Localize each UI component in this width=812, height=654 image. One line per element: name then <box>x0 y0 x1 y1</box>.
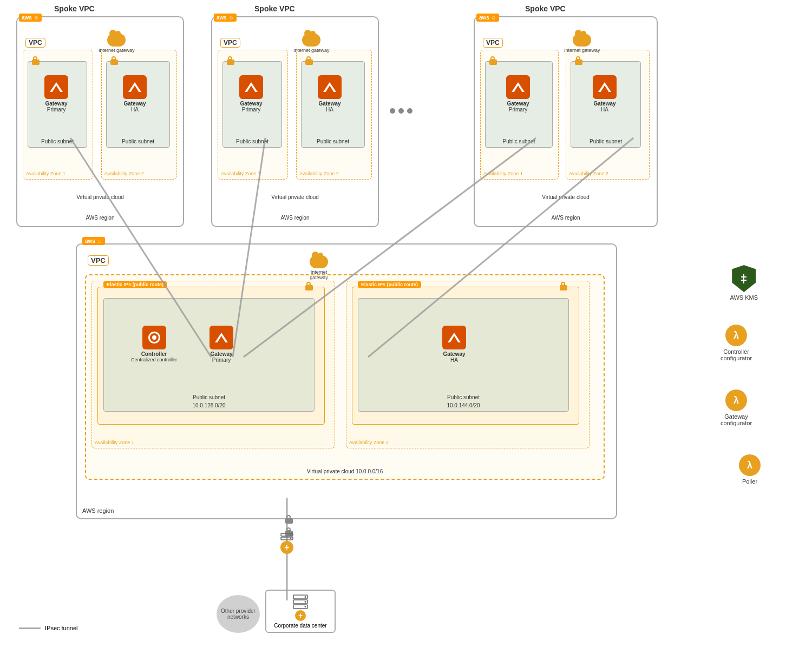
spoke2-az2-label: Availability Zone 2 <box>299 171 339 176</box>
spoke2-region-label: AWS region <box>212 215 378 221</box>
spoke2-subnet1-label: Public subnet <box>223 138 281 144</box>
hub-az1-label: Availability Zone 1 <box>95 440 134 445</box>
kms-label: AWS KMS <box>730 294 758 301</box>
other-networks: Other provider networks <box>217 595 260 633</box>
side-poller: λ Poller <box>739 454 761 485</box>
spoke3-az1-label: Availability Zone 1 <box>483 171 523 176</box>
hub-route-box1: Elastic IPs (public route) Controller <box>97 287 325 425</box>
spoke2-lock1 <box>226 56 235 65</box>
spoke3-vpc-inner: Virtual private cloud <box>475 194 657 200</box>
spoke1-az1-label: Availability Zone 1 <box>26 171 66 176</box>
datacenter-icon <box>292 594 309 609</box>
spoke1-vpc-inner: Virtual private cloud <box>17 194 183 200</box>
spoke3-lock1 <box>489 56 497 65</box>
spoke2-aws-label: aws ☺ <box>214 14 237 22</box>
svg-point-8 <box>290 538 291 539</box>
spoke2-az2: Availability Zone 2 Gateway HA Public su… <box>296 50 372 180</box>
side-gateway-configurator: λ Gateway configurator <box>712 389 761 426</box>
hub-region: aws ☺ VPC Internetgateway Availability Z… <box>76 243 617 519</box>
spoke2-subnet1: Gateway Primary Public subnet <box>222 61 282 148</box>
hub-server-icon <box>280 533 293 540</box>
spoke3-title: Spoke VPC <box>525 4 566 13</box>
side-controller-configurator: λ Controller configurator <box>712 325 761 361</box>
hub-az2: Availability Zone 2 Elastic IPs (public … <box>346 281 590 448</box>
svg-point-12 <box>305 596 306 598</box>
poller-label: Poller <box>742 478 757 485</box>
spoke1-region: 😊 Spoke VPC... wait aws ☹ Spoke VPC VPC … <box>16 16 184 227</box>
spoke1-az2-label: Availability Zone 2 <box>104 171 144 176</box>
kms-shield-icon <box>732 265 756 292</box>
spoke3-region: VPC Internet gateway Availability Zone 1… <box>474 16 658 227</box>
hub-tunnel-plus: + <box>280 541 293 554</box>
side-kms: AWS KMS <box>730 265 758 301</box>
controller-configurator-icon: λ <box>725 325 747 346</box>
spoke1-az1: Availability Zone 1 Gateway Primary Publ… <box>23 50 93 180</box>
spoke2-title: Spoke VPC <box>254 4 295 13</box>
datacenter-plus-icon: + <box>295 610 306 621</box>
gateway-configurator-icon: λ <box>725 389 747 411</box>
spoke3-az1: Availability Zone 1 Gateway Primary Publ… <box>480 50 559 180</box>
spoke1-aws-label: aws ☺ <box>19 14 42 22</box>
spoke3-subnet2: Gateway HA Public subnet <box>571 61 641 148</box>
spoke2-lock2 <box>305 56 313 65</box>
spoke3-vpc-label: VPC <box>483 38 503 48</box>
gateway-configurator-label: Gateway configurator <box>712 413 761 426</box>
legend: IPsec tunnel <box>19 625 78 631</box>
spoke3-aws-label: aws ☺ <box>476 14 499 22</box>
spoke2-subnet2: Gateway HA Public subnet <box>301 61 365 148</box>
spoke2-gw-primary: Gateway Primary <box>239 75 263 113</box>
spoke3-az2: Availability Zone 2 Gateway HA Public su… <box>566 50 650 180</box>
hub-lock-az2 <box>559 282 568 290</box>
spoke1-subnet2-label: Public subnet <box>107 138 169 144</box>
spoke1-az2: Availability Zone 2 Gateway HA Public su… <box>101 50 177 180</box>
spoke1-subnet1: Gateway Primary Public subnet <box>28 61 87 148</box>
spoke2-az1: Availability Zone 1 Gateway Primary Publ… <box>218 50 288 180</box>
hub-controller: Controller Centralized controller <box>131 326 177 362</box>
hub-subnet2-label: Public subnet <box>358 394 568 400</box>
spoke3-az2-label: Availability Zone 2 <box>569 171 608 176</box>
hub-vpc-inner: Availability Zone 1 Elastic IPs (public … <box>85 274 605 480</box>
hub-gw-ha: Gateway HA <box>442 326 466 363</box>
diagram-container: 😊 Spoke VPC... wait aws ☹ Spoke VPC VPC … <box>0 0 812 654</box>
spoke2-region: VPC Internet gateway Availability Zone 1… <box>211 16 379 227</box>
spoke1-gw-ha: Gateway HA <box>123 75 147 113</box>
hub-elastic-ips-label2: Elastic IPs (public route) <box>358 281 421 288</box>
spoke2-az1-label: Availability Zone 1 <box>221 171 260 176</box>
hub-subnet1-label: Public subnet <box>104 394 314 400</box>
hub-elastic-ips-label1: Elastic IPs (public route) <box>103 281 167 288</box>
hub-region-label: AWS region <box>82 507 114 514</box>
hub-subnet2: Gateway HA Public subnet 10.0.144.0/20 <box>358 298 569 412</box>
hub-vpc-label: VPC <box>88 255 109 266</box>
corporate-datacenter: + Corporate data center <box>265 590 336 633</box>
spoke1-subnet1-label: Public subnet <box>28 138 87 144</box>
spoke3-lock2 <box>574 56 583 65</box>
spoke1-vpc-label: VPC <box>25 38 45 48</box>
svg-point-13 <box>305 601 306 603</box>
spoke2-vpc-label: VPC <box>220 38 240 48</box>
spoke1-title: Spoke VPC <box>54 4 95 13</box>
spoke2-vpc-inner: Virtual private cloud <box>212 194 378 200</box>
hub-route-box2: Elastic IPs (public route) Gateway HA <box>352 287 579 425</box>
hub-az1: Availability Zone 1 Elastic IPs (public … <box>91 281 335 448</box>
hub-subnet1-cidr: 10.0.128.0/20 <box>104 402 314 408</box>
svg-point-14 <box>305 606 306 607</box>
hub-subnet1: Controller Centralized controller Gatewa… <box>103 298 315 412</box>
spoke1-subnet2: Gateway HA Public subnet <box>106 61 170 148</box>
spoke2-gw-ha: Gateway HA <box>318 75 342 113</box>
controller-configurator-label: Controller configurator <box>712 348 761 361</box>
spoke3-subnet2-label: Public subnet <box>571 138 640 144</box>
hub-subnet2-cidr: 10.0.144.0/20 <box>358 402 568 408</box>
spoke3-gw-primary: Gateway Primary <box>506 75 530 113</box>
hub-gw-primary: Gateway Primary <box>209 326 233 363</box>
spoke1-lock1 <box>31 56 40 65</box>
svg-point-7 <box>290 534 291 535</box>
hub-tunnel-lock1 <box>285 515 293 524</box>
hub-aws-badge: aws ☺ <box>82 237 105 245</box>
datacenter-label: Corporate data center <box>274 623 326 629</box>
spoke1-region-label: AWS region <box>17 215 183 221</box>
hub-lock-az1 <box>305 282 313 290</box>
spoke3-subnet1: Gateway Primary Public subnet <box>485 61 553 148</box>
spoke3-region-label: AWS region <box>475 215 657 221</box>
legend-line-icon <box>19 627 41 629</box>
poller-icon: λ <box>739 454 761 476</box>
